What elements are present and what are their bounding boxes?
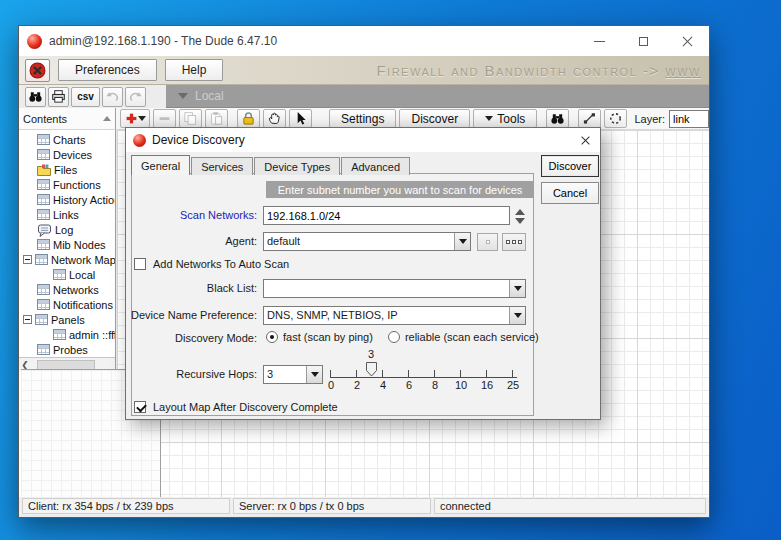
sidebar-item-admin-panel[interactable]: admin ::ffff (19, 327, 115, 342)
sidebar-item-local-map[interactable]: Local (19, 267, 115, 282)
recursive-hops-slider[interactable]: 3 0 2 4 6 8 10 16 25 (326, 350, 521, 394)
print-button[interactable] (48, 87, 69, 107)
slider-tick-label: 6 (406, 379, 412, 391)
radio-button[interactable] (388, 331, 400, 343)
device-discovery-dialog: Device Discovery General Services Device… (125, 127, 601, 420)
sidebar-item-label: Mib Nodes (53, 239, 106, 251)
close-button[interactable] (665, 26, 709, 56)
recursive-hops-combobox[interactable]: 3 (263, 365, 323, 384)
status-client: Client: rx 354 bps / tx 239 bps (22, 498, 230, 514)
csv-export-button[interactable]: csv (71, 87, 100, 107)
sidebar-item-label: Network Maps (51, 254, 115, 266)
tab-advanced[interactable]: Advanced (341, 157, 410, 175)
sidebar-item-label: Charts (53, 134, 85, 146)
add-element-button[interactable] (120, 109, 150, 128)
tools-button[interactable]: Tools (473, 109, 537, 128)
lock-button[interactable] (237, 109, 260, 128)
radio-reliable[interactable]: reliable (scan each service) (388, 331, 539, 343)
tree-collapse-icon[interactable] (23, 255, 32, 264)
dropdown-arrow-icon[interactable] (306, 366, 322, 383)
scan-networks-input[interactable] (264, 207, 509, 224)
slider-tick-label: 8 (432, 379, 438, 391)
dropdown-arrow-icon[interactable] (454, 233, 470, 250)
dropdown-arrow-icon[interactable] (509, 307, 525, 324)
sidebar-item-notifications[interactable]: Notifications (19, 297, 115, 312)
scan-networks-label[interactable]: Scan Networks: (130, 209, 257, 221)
pan-tool-button[interactable] (263, 109, 286, 128)
discover-button[interactable]: Discover (399, 109, 470, 128)
sidebar-item-network-maps[interactable]: Network Maps (19, 252, 115, 267)
select-tool-button[interactable] (289, 109, 312, 128)
layer-combobox[interactable]: link (669, 110, 709, 128)
radio-reliable-label: reliable (scan each service) (405, 331, 539, 343)
agent-combobox[interactable]: default (263, 232, 471, 251)
agent-view-button[interactable] (477, 233, 498, 251)
link-mode-button[interactable] (578, 109, 601, 128)
sidebar-item-networks[interactable]: Networks (19, 282, 115, 297)
folder-icon (37, 164, 51, 176)
sidebar-item-functions[interactable]: Functions (19, 177, 115, 192)
ring-mode-button[interactable] (604, 109, 627, 128)
brand-www-link[interactable]: www (665, 62, 701, 79)
disconnect-button[interactable] (25, 59, 50, 82)
find-button[interactable] (25, 87, 46, 107)
tab-services[interactable]: Services (191, 157, 253, 175)
radio-fast[interactable]: fast (scan by ping) (266, 331, 373, 343)
dialog-tabs: General Services Device Types Advanced (131, 155, 411, 175)
tab-general[interactable]: General (131, 155, 190, 175)
tab-device-types[interactable]: Device Types (254, 157, 340, 175)
sidebar-item-label: Panels (51, 314, 85, 326)
sidebar-item-mib-nodes[interactable]: Mib Nodes (19, 237, 115, 252)
table-icon (53, 269, 66, 280)
disconnect-icon (29, 62, 46, 79)
sidebar-item-history-actions[interactable]: History Actions (19, 192, 115, 207)
layer-value: link (673, 113, 690, 125)
sidebar-item-label: Files (54, 164, 77, 176)
sidebar-item-charts[interactable]: Charts (19, 132, 115, 147)
help-button[interactable]: Help (165, 59, 224, 81)
radio-button[interactable] (266, 331, 278, 343)
minimize-button[interactable] (577, 26, 621, 56)
sidebar-item-label: Local (69, 269, 95, 281)
sidebar-item-label: Links (53, 209, 79, 221)
scan-networks-spinner[interactable] (515, 207, 525, 226)
layout-map-checkbox[interactable] (134, 401, 146, 413)
map-tab-dropdown-icon[interactable] (178, 93, 188, 104)
paste-button[interactable] (205, 109, 228, 128)
table-icon (37, 284, 50, 295)
dropdown-arrow-icon[interactable] (509, 280, 525, 297)
add-networks-checkbox[interactable] (134, 258, 146, 270)
undo-button[interactable] (102, 87, 123, 107)
dialog-close-button[interactable] (575, 132, 595, 149)
map-find-button[interactable] (546, 109, 569, 128)
copy-button[interactable] (179, 109, 202, 128)
preferences-button[interactable]: Preferences (58, 59, 157, 81)
layer-label: Layer: (634, 113, 665, 125)
sidebar-item-devices[interactable]: Devices (19, 147, 115, 162)
dialog-cancel-button[interactable]: Cancel (541, 182, 599, 204)
remove-element-button[interactable] (153, 109, 176, 128)
slider-track (330, 377, 517, 378)
maximize-button[interactable] (621, 26, 665, 56)
settings-button[interactable]: Settings (329, 109, 396, 128)
sidebar-item-label: History Actions (53, 194, 115, 206)
add-icon (125, 112, 138, 125)
map-tab-local[interactable]: Local (195, 89, 224, 103)
hand-icon (267, 111, 282, 126)
sidebar-item-probes[interactable]: Probes (19, 342, 115, 357)
scrollbar-thumb[interactable] (37, 360, 95, 370)
scroll-left-icon[interactable]: ❮ (19, 360, 31, 370)
sidebar-item-log[interactable]: Log (19, 222, 115, 237)
device-name-preference-combobox[interactable]: DNS, SNMP, NETBIOS, IP (263, 306, 526, 325)
sidebar-item-links[interactable]: Links (19, 207, 115, 222)
sidebar-item-files[interactable]: Files (19, 162, 115, 177)
collapse-panel-icon[interactable] (103, 112, 111, 121)
agent-browse-button[interactable] (502, 233, 526, 251)
sidebar-item-panels[interactable]: Panels (19, 312, 115, 327)
dialog-discover-button[interactable]: Discover (541, 155, 599, 177)
black-list-combobox[interactable] (263, 279, 526, 298)
table-icon (37, 149, 50, 160)
redo-button[interactable] (125, 87, 146, 107)
tree-collapse-icon[interactable] (23, 315, 32, 324)
agent-value: default (264, 233, 454, 250)
